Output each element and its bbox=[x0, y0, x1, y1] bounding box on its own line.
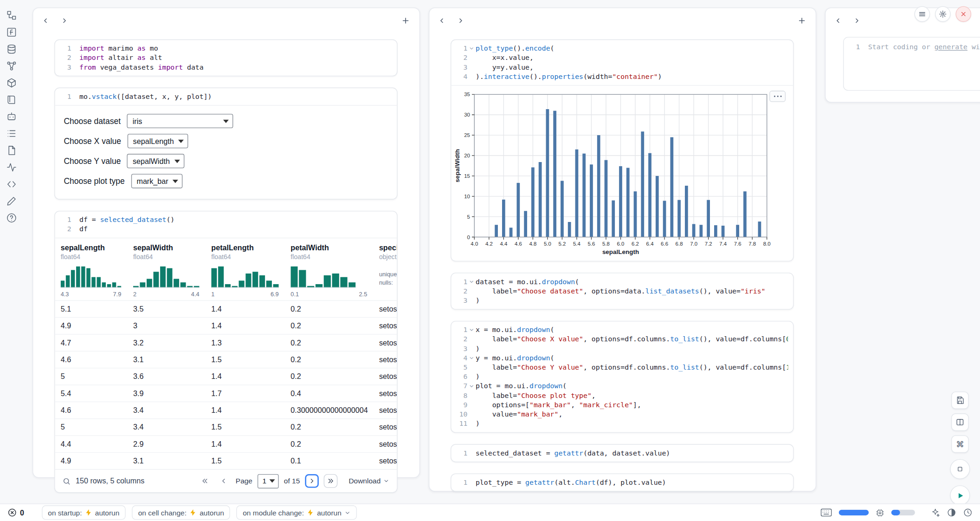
code-editor[interactable]: 1dataset = mo.ui.dropdown(2 label="Choos… bbox=[451, 274, 793, 309]
fold-gutter bbox=[468, 287, 476, 296]
fold-chevron-icon[interactable] bbox=[468, 382, 476, 391]
table-cell: setosa bbox=[374, 419, 397, 436]
chat-icon[interactable] bbox=[6, 111, 17, 122]
table-cell: 0.30000000000000004 bbox=[285, 402, 374, 418]
code-editor[interactable]: 1selected_dataset = getattr(data, datase… bbox=[451, 445, 793, 462]
run-all-button[interactable] bbox=[950, 485, 970, 505]
svg-text:15: 15 bbox=[464, 173, 470, 179]
last-page-button[interactable] bbox=[324, 474, 338, 488]
table-cell: setosa bbox=[374, 300, 397, 317]
status-bar: 0on startup:autorunon cell change:autoru… bbox=[0, 503, 980, 521]
table-cell: 0.2 bbox=[285, 351, 374, 368]
code-text: value="mark_bar", bbox=[476, 410, 562, 419]
file-tree-icon[interactable] bbox=[6, 10, 17, 21]
datasources-icon[interactable] bbox=[6, 44, 17, 54]
runtime-config-chip-3[interactable]: on module change:autorun bbox=[237, 505, 357, 520]
editor-icon[interactable] bbox=[6, 196, 17, 207]
svg-text:4.8: 4.8 bbox=[529, 241, 536, 247]
dropdown-select-2[interactable]: sepalLength bbox=[127, 134, 188, 148]
runtime-config-chip-1[interactable]: on startup:autorun bbox=[42, 505, 126, 520]
code-line: 2 x=x.value, bbox=[456, 53, 788, 62]
next-page-button[interactable] bbox=[305, 474, 319, 488]
code-editor[interactable]: 1mo.vstack([dataset, x, y, plot]) bbox=[55, 88, 397, 105]
table-cell: 0.2 bbox=[285, 368, 374, 385]
column-move-left-button[interactable] bbox=[831, 13, 845, 28]
dataframe-table: sepalLengthfloat644.37.9sepalWidthfloat6… bbox=[55, 238, 397, 469]
column-header-sepalLength[interactable]: sepalLengthfloat644.37.9 bbox=[55, 238, 128, 300]
generate-with-ai-link[interactable]: generate bbox=[935, 43, 967, 52]
altair-bar-chart[interactable]: 4.04.24.44.64.85.05.25.45.65.86.06.26.46… bbox=[452, 91, 793, 257]
fold-chevron-icon[interactable] bbox=[468, 325, 476, 334]
column-move-right-button[interactable] bbox=[849, 13, 864, 28]
keyboard-icon[interactable] bbox=[821, 508, 832, 517]
code-editor[interactable]: 1plot_type = getattr(alt.Chart(df), plot… bbox=[451, 474, 793, 491]
column-header-petalWidth[interactable]: petalWidthfloat640.12.5 bbox=[285, 238, 374, 300]
line-number: 10 bbox=[456, 410, 467, 419]
help-icon[interactable] bbox=[6, 213, 17, 223]
theme-toggle-icon[interactable] bbox=[947, 508, 956, 517]
save-button[interactable] bbox=[951, 391, 969, 409]
code-line: 1x = mo.ui.dropdown( bbox=[456, 325, 788, 334]
dropdown-select-1[interactable]: iris bbox=[127, 114, 233, 128]
column-header-petalLength[interactable]: petalLengthfloat6416.9 bbox=[206, 238, 285, 300]
error-count: 0 bbox=[20, 508, 24, 517]
previous-page-button[interactable] bbox=[217, 474, 231, 488]
runtime-config-chip-2[interactable]: on cell change:autorun bbox=[132, 505, 230, 520]
packages-icon[interactable] bbox=[6, 78, 17, 88]
snippets-icon[interactable] bbox=[6, 145, 17, 156]
dataframe-output: sepalLengthfloat644.37.9sepalWidthfloat6… bbox=[55, 238, 397, 469]
scratchpad-icon[interactable] bbox=[6, 179, 17, 189]
svg-text:4.0: 4.0 bbox=[471, 241, 478, 247]
error-indicator[interactable]: 0 bbox=[7, 508, 24, 517]
code-editor[interactable]: 1plot_type().encode(2 x=x.value,3 y=y.va… bbox=[451, 40, 793, 85]
dropdown-select-4[interactable]: mark_bar bbox=[131, 174, 182, 188]
table-cell: 4.7 bbox=[55, 334, 128, 351]
command-palette-button[interactable]: ⌘ bbox=[951, 435, 969, 453]
column-header-species[interactable]: speciesobjectuniquenulls: bbox=[374, 238, 397, 300]
fold-gutter bbox=[71, 53, 80, 62]
layout-button[interactable] bbox=[951, 413, 969, 431]
ai-code-cell[interactable]: 1Start coding or generate with AI bbox=[843, 37, 980, 91]
column-move-left-button[interactable] bbox=[434, 13, 449, 28]
code-editor[interactable]: 1x = mo.ui.dropdown(2 label="Choose X va… bbox=[451, 321, 793, 432]
search-icon[interactable] bbox=[63, 477, 71, 485]
table-cell: 3.6 bbox=[128, 368, 206, 385]
column-header-sepalWidth[interactable]: sepalWidthfloat6424.4 bbox=[128, 238, 206, 300]
memory-usage-bar bbox=[891, 510, 915, 515]
dependency-graph-icon[interactable] bbox=[6, 61, 17, 72]
code-editor[interactable]: 1df = selected_dataset()2df bbox=[55, 211, 397, 238]
fold-chevron-icon[interactable] bbox=[468, 277, 476, 287]
code-text: label="Choose plot type", bbox=[476, 391, 596, 400]
code-line: 3from vega_datasets import data bbox=[60, 63, 392, 72]
add-cell-button[interactable] bbox=[794, 13, 809, 28]
page-select[interactable]: 1 bbox=[258, 474, 279, 488]
download-button[interactable]: Download bbox=[348, 477, 389, 485]
fold-chevron-icon[interactable] bbox=[468, 353, 476, 363]
first-page-button[interactable] bbox=[198, 474, 212, 488]
menu-button[interactable] bbox=[915, 6, 930, 22]
interrupt-button[interactable] bbox=[950, 459, 970, 479]
tracing-icon[interactable] bbox=[6, 162, 17, 173]
code-line: 1selected_dataset = getattr(data, datase… bbox=[456, 449, 788, 458]
code-cell: 1dataset = mo.ui.dropdown(2 label="Choos… bbox=[451, 273, 793, 309]
range-max: 4.4 bbox=[191, 291, 200, 298]
table-cell: 0.4 bbox=[285, 385, 374, 402]
fold-chevron-icon[interactable] bbox=[468, 44, 476, 53]
runtime-history-icon[interactable] bbox=[963, 508, 973, 517]
add-cell-button[interactable] bbox=[398, 13, 413, 28]
notebook-icon[interactable] bbox=[6, 94, 17, 105]
column-name: species bbox=[379, 243, 397, 252]
column-move-right-button[interactable] bbox=[453, 13, 468, 28]
settings-button[interactable] bbox=[935, 6, 951, 22]
shutdown-button[interactable] bbox=[955, 6, 971, 22]
functions-icon[interactable] bbox=[6, 27, 17, 38]
code-editor[interactable]: 1import marimo as mo2import altair as al… bbox=[55, 40, 397, 76]
code-text: y=y.value, bbox=[476, 63, 534, 72]
chart-menu-button[interactable] bbox=[769, 91, 786, 102]
column-move-left-button[interactable] bbox=[38, 13, 53, 28]
logs-icon[interactable] bbox=[6, 128, 17, 139]
dropdown-select-3[interactable]: sepalWidth bbox=[127, 154, 184, 168]
ai-sparkles-icon[interactable] bbox=[931, 508, 940, 517]
chip-prefix: on module change: bbox=[243, 509, 304, 516]
column-move-right-button[interactable] bbox=[57, 13, 72, 28]
